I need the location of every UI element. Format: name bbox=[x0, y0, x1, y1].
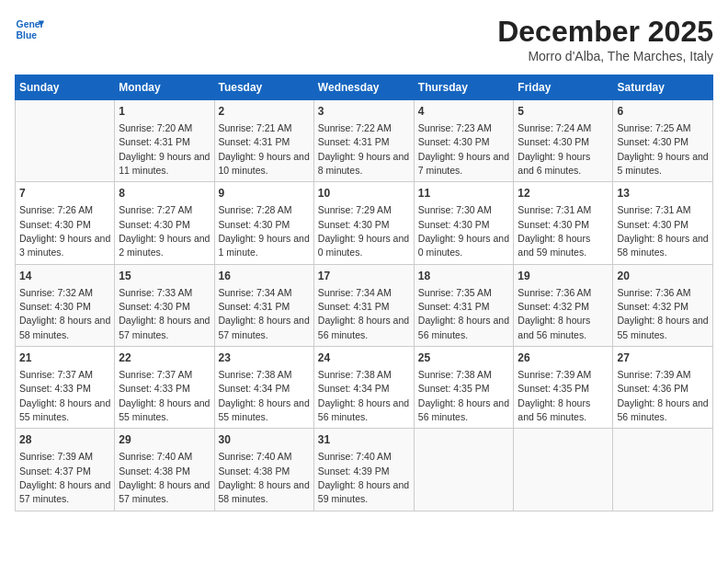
day-number: 8 bbox=[119, 186, 210, 201]
day-header-monday: Monday bbox=[115, 75, 214, 100]
day-cell: 9Sunrise: 7:28 AMSunset: 4:30 PMDaylight… bbox=[214, 182, 313, 264]
day-cell: 18Sunrise: 7:35 AMSunset: 4:31 PMDayligh… bbox=[414, 264, 514, 346]
day-cell: 10Sunrise: 7:29 AMSunset: 4:30 PMDayligh… bbox=[313, 182, 414, 264]
day-info: Sunrise: 7:32 AMSunset: 4:30 PMDaylight:… bbox=[19, 287, 110, 340]
day-cell: 23Sunrise: 7:38 AMSunset: 4:34 PMDayligh… bbox=[214, 347, 313, 429]
day-header-saturday: Saturday bbox=[613, 75, 713, 100]
day-number: 29 bbox=[119, 432, 210, 448]
day-cell: 21Sunrise: 7:37 AMSunset: 4:33 PMDayligh… bbox=[16, 347, 115, 429]
day-info: Sunrise: 7:34 AMSunset: 4:31 PMDaylight:… bbox=[318, 287, 409, 340]
day-header-sunday: Sunday bbox=[16, 75, 115, 100]
day-info: Sunrise: 7:38 AMSunset: 4:34 PMDaylight:… bbox=[318, 369, 409, 422]
day-info: Sunrise: 7:39 AMSunset: 4:37 PMDaylight:… bbox=[19, 451, 110, 504]
day-info: Sunrise: 7:20 AMSunset: 4:31 PMDaylight:… bbox=[119, 122, 210, 176]
day-cell bbox=[514, 429, 613, 511]
day-info: Sunrise: 7:27 AMSunset: 4:30 PMDaylight:… bbox=[119, 204, 210, 258]
day-number: 5 bbox=[518, 104, 609, 120]
day-cell: 1Sunrise: 7:20 AMSunset: 4:31 PMDaylight… bbox=[115, 100, 214, 182]
week-row-4: 21Sunrise: 7:37 AMSunset: 4:33 PMDayligh… bbox=[16, 347, 713, 429]
day-number: 12 bbox=[518, 186, 609, 201]
day-info: Sunrise: 7:40 AMSunset: 4:39 PMDaylight:… bbox=[318, 451, 409, 504]
day-header-wednesday: Wednesday bbox=[313, 75, 414, 100]
day-cell: 28Sunrise: 7:39 AMSunset: 4:37 PMDayligh… bbox=[16, 429, 115, 511]
day-cell: 29Sunrise: 7:40 AMSunset: 4:38 PMDayligh… bbox=[115, 429, 214, 511]
day-number: 18 bbox=[418, 269, 510, 284]
day-cell: 3Sunrise: 7:22 AMSunset: 4:31 PMDaylight… bbox=[313, 100, 414, 182]
day-number: 9 bbox=[219, 186, 310, 201]
day-cell: 13Sunrise: 7:31 AMSunset: 4:30 PMDayligh… bbox=[613, 182, 713, 264]
day-number: 20 bbox=[617, 269, 709, 284]
day-number: 24 bbox=[318, 350, 410, 366]
header-row: SundayMondayTuesdayWednesdayThursdayFrid… bbox=[16, 75, 713, 100]
day-number: 28 bbox=[19, 432, 110, 448]
day-number: 10 bbox=[318, 186, 410, 201]
day-number: 15 bbox=[119, 269, 210, 284]
day-number: 11 bbox=[418, 186, 510, 201]
day-cell: 5Sunrise: 7:24 AMSunset: 4:30 PMDaylight… bbox=[514, 100, 613, 182]
day-number: 1 bbox=[119, 104, 210, 120]
day-cell: 20Sunrise: 7:36 AMSunset: 4:32 PMDayligh… bbox=[613, 264, 713, 346]
day-cell: 25Sunrise: 7:38 AMSunset: 4:35 PMDayligh… bbox=[414, 347, 514, 429]
day-header-tuesday: Tuesday bbox=[214, 75, 313, 100]
day-header-friday: Friday bbox=[514, 75, 613, 100]
day-cell: 16Sunrise: 7:34 AMSunset: 4:31 PMDayligh… bbox=[214, 264, 313, 346]
day-cell: 4Sunrise: 7:23 AMSunset: 4:30 PMDaylight… bbox=[414, 100, 514, 182]
title-area: December 2025 Morro d'Alba, The Marches,… bbox=[497, 15, 713, 63]
day-info: Sunrise: 7:34 AMSunset: 4:31 PMDaylight:… bbox=[219, 287, 310, 340]
day-info: Sunrise: 7:37 AMSunset: 4:33 PMDaylight:… bbox=[19, 369, 110, 422]
day-info: Sunrise: 7:26 AMSunset: 4:30 PMDaylight:… bbox=[19, 204, 110, 258]
day-number: 7 bbox=[19, 186, 110, 201]
day-cell: 6Sunrise: 7:25 AMSunset: 4:30 PMDaylight… bbox=[613, 100, 713, 182]
day-cell: 17Sunrise: 7:34 AMSunset: 4:31 PMDayligh… bbox=[313, 264, 414, 346]
day-cell: 12Sunrise: 7:31 AMSunset: 4:30 PMDayligh… bbox=[514, 182, 613, 264]
day-info: Sunrise: 7:22 AMSunset: 4:31 PMDaylight:… bbox=[318, 122, 409, 176]
day-info: Sunrise: 7:31 AMSunset: 4:30 PMDaylight:… bbox=[518, 204, 591, 258]
day-number: 19 bbox=[518, 269, 609, 284]
day-number: 2 bbox=[219, 104, 310, 120]
day-info: Sunrise: 7:33 AMSunset: 4:30 PMDaylight:… bbox=[119, 287, 210, 340]
day-info: Sunrise: 7:24 AMSunset: 4:30 PMDaylight:… bbox=[518, 122, 591, 176]
month-title: December 2025 bbox=[497, 15, 713, 49]
day-info: Sunrise: 7:36 AMSunset: 4:32 PMDaylight:… bbox=[617, 287, 708, 340]
svg-text:Blue: Blue bbox=[17, 30, 38, 40]
day-number: 31 bbox=[318, 432, 410, 448]
day-number: 23 bbox=[219, 350, 310, 366]
day-info: Sunrise: 7:28 AMSunset: 4:30 PMDaylight:… bbox=[219, 204, 310, 258]
day-cell: 7Sunrise: 7:26 AMSunset: 4:30 PMDaylight… bbox=[16, 182, 115, 264]
day-info: Sunrise: 7:30 AMSunset: 4:30 PMDaylight:… bbox=[418, 204, 509, 258]
day-cell: 22Sunrise: 7:37 AMSunset: 4:33 PMDayligh… bbox=[115, 347, 214, 429]
day-info: Sunrise: 7:25 AMSunset: 4:30 PMDaylight:… bbox=[617, 122, 708, 176]
week-row-5: 28Sunrise: 7:39 AMSunset: 4:37 PMDayligh… bbox=[16, 429, 713, 511]
day-info: Sunrise: 7:39 AMSunset: 4:36 PMDaylight:… bbox=[617, 369, 708, 422]
day-header-thursday: Thursday bbox=[414, 75, 514, 100]
day-cell: 15Sunrise: 7:33 AMSunset: 4:30 PMDayligh… bbox=[115, 264, 214, 346]
week-row-2: 7Sunrise: 7:26 AMSunset: 4:30 PMDaylight… bbox=[16, 182, 713, 264]
day-cell: 30Sunrise: 7:40 AMSunset: 4:38 PMDayligh… bbox=[214, 429, 313, 511]
day-number: 22 bbox=[119, 350, 210, 366]
day-info: Sunrise: 7:40 AMSunset: 4:38 PMDaylight:… bbox=[119, 451, 210, 504]
day-number: 27 bbox=[617, 350, 709, 366]
day-number: 13 bbox=[617, 186, 709, 201]
day-cell: 19Sunrise: 7:36 AMSunset: 4:32 PMDayligh… bbox=[514, 264, 613, 346]
day-info: Sunrise: 7:29 AMSunset: 4:30 PMDaylight:… bbox=[318, 204, 409, 258]
day-number: 17 bbox=[318, 269, 410, 284]
day-cell: 11Sunrise: 7:30 AMSunset: 4:30 PMDayligh… bbox=[414, 182, 514, 264]
day-cell: 26Sunrise: 7:39 AMSunset: 4:35 PMDayligh… bbox=[514, 347, 613, 429]
week-row-1: 1Sunrise: 7:20 AMSunset: 4:31 PMDaylight… bbox=[16, 100, 713, 182]
logo: General Blue bbox=[15, 15, 44, 44]
day-cell bbox=[613, 429, 713, 511]
day-number: 26 bbox=[518, 350, 609, 366]
day-cell: 27Sunrise: 7:39 AMSunset: 4:36 PMDayligh… bbox=[613, 347, 713, 429]
day-cell bbox=[414, 429, 514, 511]
day-cell bbox=[16, 100, 115, 182]
day-info: Sunrise: 7:37 AMSunset: 4:33 PMDaylight:… bbox=[119, 369, 210, 422]
day-info: Sunrise: 7:38 AMSunset: 4:35 PMDaylight:… bbox=[418, 369, 509, 422]
day-cell: 24Sunrise: 7:38 AMSunset: 4:34 PMDayligh… bbox=[313, 347, 414, 429]
day-number: 14 bbox=[19, 269, 110, 284]
day-number: 21 bbox=[19, 350, 110, 366]
day-number: 16 bbox=[219, 269, 310, 284]
calendar-table: SundayMondayTuesdayWednesdayThursdayFrid… bbox=[15, 75, 713, 511]
logo-icon: General Blue bbox=[15, 15, 44, 44]
day-number: 4 bbox=[418, 104, 510, 120]
header: General Blue December 2025 Morro d'Alba,… bbox=[15, 15, 713, 63]
